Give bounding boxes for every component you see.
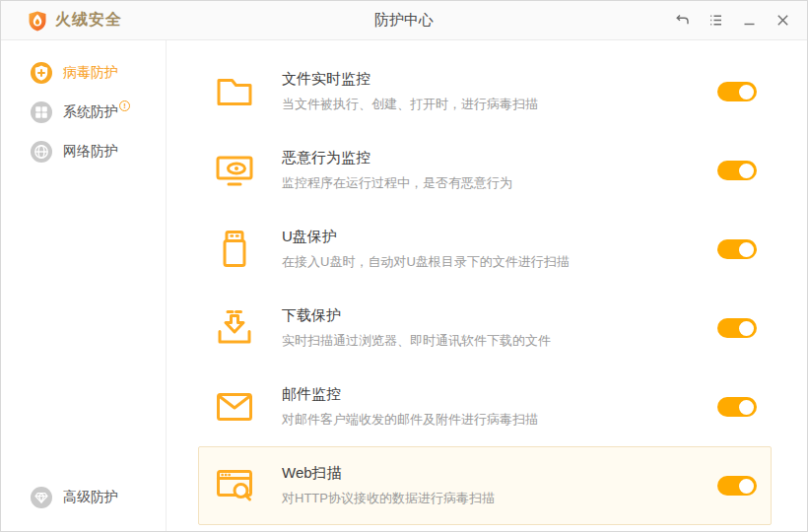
protection-list: 文件实时监控 当文件被执行、创建、打开时，进行病毒扫描 恶意行为监控 监控程序在… — [167, 40, 807, 531]
title-bar: 火绒安全 防护中心 — [1, 1, 807, 40]
toggle-switch[interactable] — [717, 239, 757, 259]
undo-arrow-icon[interactable] — [669, 8, 695, 33]
toggle-switch[interactable] — [717, 161, 757, 180]
protection-text: 邮件监控 对邮件客户端收发的邮件及附件进行病毒扫描 — [282, 385, 717, 429]
page-title: 防护中心 — [374, 11, 434, 30]
protection-description: 实时扫描通过浏览器、即时通讯软件下载的文件 — [282, 332, 717, 350]
close-icon[interactable] — [770, 8, 795, 33]
main-body: 病毒防护 系统防护 ! 网络防护 高级防护 文件实时监控 — [1, 40, 807, 531]
protection-title: Web扫描 — [282, 464, 717, 483]
protection-row-4: 邮件监控 对邮件客户端收发的邮件及附件进行病毒扫描 — [198, 367, 772, 446]
app-name: 火绒安全 — [55, 10, 122, 31]
protection-text: 下载保护 实时扫描通过浏览器、即时通讯软件下载的文件 — [282, 306, 717, 350]
protection-row-0: 文件实时监控 当文件被执行、创建、打开时，进行病毒扫描 — [198, 52, 772, 131]
shield-plus-icon — [31, 62, 52, 84]
toggle-switch[interactable] — [717, 476, 757, 496]
window-controls — [669, 8, 795, 33]
protection-description: 在接入U盘时，自动对U盘根目录下的文件进行扫描 — [282, 253, 717, 271]
usb-drive-icon — [213, 228, 256, 271]
sidebar-nav: 病毒防护 系统防护 ! 网络防护 高级防护 — [1, 40, 167, 531]
protection-row-1: 恶意行为监控 监控程序在运行过程中，是否有恶意行为 — [198, 131, 772, 210]
protection-title: 文件实时监控 — [282, 70, 717, 89]
protection-text: 文件实时监控 当文件被执行、创建、打开时，进行病毒扫描 — [282, 70, 717, 113]
protection-row-3: 下载保护 实时扫描通过浏览器、即时通讯软件下载的文件 — [198, 289, 772, 367]
protection-row-5: Web扫描 对HTTP协议接收的数据进行病毒扫描 — [198, 446, 772, 525]
protection-title: 下载保护 — [282, 306, 717, 325]
monitor-eye-icon — [213, 149, 256, 192]
alert-badge: ! — [119, 100, 130, 111]
protection-title: 邮件监控 — [282, 385, 717, 404]
toggle-switch[interactable] — [717, 82, 757, 101]
toggle-knob — [739, 85, 754, 100]
protection-text: 恶意行为监控 监控程序在运行过程中，是否有恶意行为 — [282, 149, 717, 192]
diamond-icon — [31, 487, 52, 508]
toggle-knob — [739, 321, 754, 336]
protection-title: 恶意行为监控 — [282, 149, 717, 167]
sidebar-item-2[interactable]: 网络防护 — [1, 132, 166, 171]
sidebar-item-0[interactable]: 病毒防护 — [1, 53, 166, 93]
web-scan-icon — [213, 464, 256, 507]
protection-text: Web扫描 对HTTP协议接收的数据进行病毒扫描 — [282, 464, 717, 507]
sidebar-item-3[interactable]: 高级防护 — [1, 478, 166, 517]
protection-title: U盘保护 — [282, 228, 717, 246]
globe-icon — [31, 141, 52, 163]
folder-icon — [213, 70, 256, 113]
protection-text: U盘保护 在接入U盘时，自动对U盘根目录下的文件进行扫描 — [282, 228, 717, 271]
sidebar-item-label: 高级防护 — [63, 489, 118, 506]
download-icon — [213, 306, 256, 350]
sidebar-item-1[interactable]: 系统防护 ! — [1, 93, 166, 132]
huorong-shield-logo-icon — [27, 10, 48, 32]
protection-description: 监控程序在运行过程中，是否有恶意行为 — [282, 174, 717, 192]
protection-description: 对邮件客户端收发的邮件及附件进行病毒扫描 — [282, 411, 717, 429]
mail-icon — [213, 385, 256, 429]
sidebar-item-label: 网络防护 — [63, 143, 118, 161]
app-window: 火绒安全 防护中心 — [0, 0, 808, 532]
minimize-icon[interactable] — [736, 8, 762, 33]
toggle-knob — [739, 479, 754, 494]
sidebar-item-label: 系统防护 — [63, 103, 118, 121]
toggle-switch[interactable] — [717, 318, 757, 338]
protection-description: 当文件被执行、创建、打开时，进行病毒扫描 — [282, 96, 717, 113]
app-grid-icon — [31, 101, 52, 123]
toggle-knob — [739, 164, 754, 178]
protection-description: 对HTTP协议接收的数据进行病毒扫描 — [282, 490, 717, 507]
protection-row-2: U盘保护 在接入U盘时，自动对U盘根目录下的文件进行扫描 — [198, 210, 772, 289]
toggle-knob — [739, 400, 754, 415]
app-logo: 火绒安全 — [27, 10, 122, 32]
toggle-switch[interactable] — [717, 397, 757, 417]
sidebar-item-label: 病毒防护 — [63, 64, 118, 82]
list-menu-icon[interactable] — [703, 8, 728, 33]
toggle-knob — [739, 242, 754, 257]
